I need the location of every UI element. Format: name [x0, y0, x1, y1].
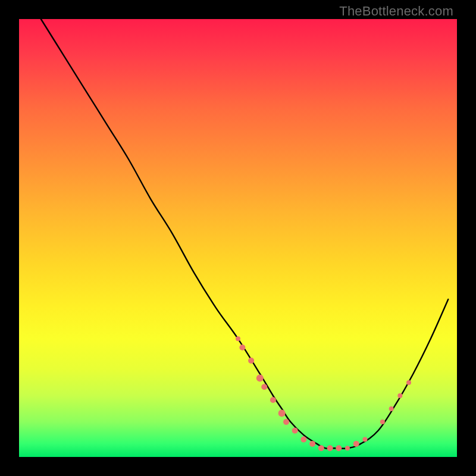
curve-marker — [309, 441, 315, 447]
curve-marker — [336, 445, 342, 451]
curve-marker — [397, 393, 402, 398]
curve-marker — [248, 358, 254, 364]
curve-marker — [270, 397, 276, 403]
curve-marker — [292, 428, 298, 434]
bottleneck-curve — [41, 19, 449, 449]
curve-marker — [278, 409, 286, 416]
curve-marker — [236, 336, 240, 341]
curve-marker — [389, 406, 394, 411]
watermark-text: TheBottleneck.com — [339, 4, 453, 19]
curve-marker — [239, 345, 245, 350]
curve-markers — [236, 336, 411, 451]
curve-marker — [283, 419, 289, 425]
curve-marker — [353, 441, 359, 447]
curve-marker — [327, 445, 333, 451]
curve-marker — [362, 437, 367, 442]
curve-marker — [300, 437, 306, 443]
curve-marker — [345, 446, 350, 450]
curve-marker — [406, 380, 411, 385]
curve-marker — [261, 384, 267, 390]
curve-marker — [380, 419, 385, 424]
curve-marker — [318, 445, 324, 451]
chart-frame — [19, 19, 457, 457]
curve-marker — [256, 375, 264, 382]
bottleneck-chart — [19, 19, 457, 457]
